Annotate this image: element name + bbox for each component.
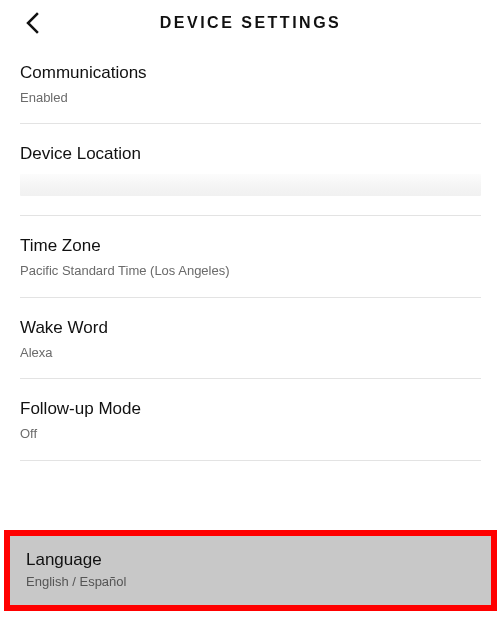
settings-item-title: Device Location [20,143,481,166]
settings-item-title: Time Zone [20,235,481,258]
settings-item-value: Off [20,425,481,443]
settings-item-title: Follow-up Mode [20,398,481,421]
settings-item-value: Enabled [20,89,481,107]
location-redacted [20,174,481,196]
settings-item-wakeword[interactable]: Wake Word Alexa [20,298,481,378]
header: DEVICE SETTINGS [0,0,501,42]
settings-item-value: English / Español [26,574,475,589]
settings-item-followup[interactable]: Follow-up Mode Off [20,379,481,459]
divider [20,460,481,461]
page-title: DEVICE SETTINGS [20,14,481,32]
settings-item-value: Pacific Standard Time (Los Angeles) [20,262,481,280]
settings-item-title: Language [26,550,475,570]
settings-list: Communications Enabled Device Location T… [0,42,501,461]
settings-item-communications[interactable]: Communications Enabled [20,42,481,123]
settings-item-title: Wake Word [20,317,481,340]
settings-item-language[interactable]: Language English / Español [4,530,497,611]
settings-item-value: Alexa [20,344,481,362]
settings-item-timezone[interactable]: Time Zone Pacific Standard Time (Los Ang… [20,216,481,296]
settings-item-location[interactable]: Device Location [20,124,481,215]
settings-item-title: Communications [20,62,481,85]
